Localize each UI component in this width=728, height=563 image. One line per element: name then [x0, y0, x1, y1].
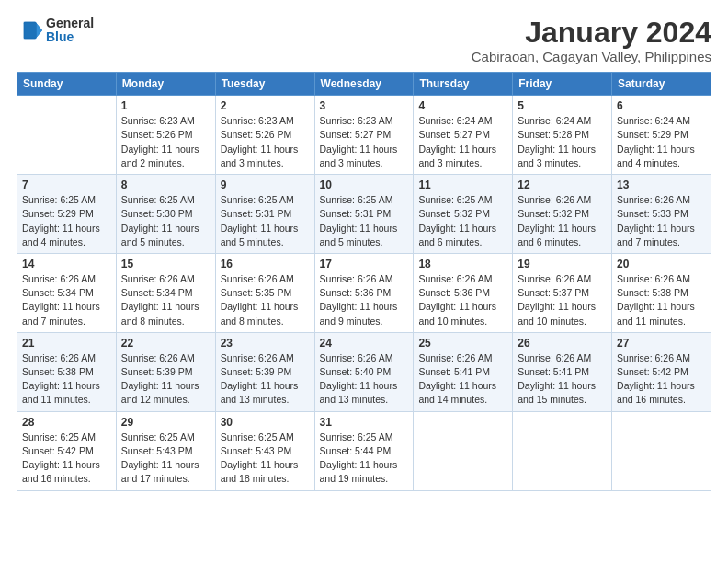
day-number: 7 [22, 178, 111, 191]
day-info: Sunrise: 6:23 AM Sunset: 5:26 PM Dayligh… [221, 114, 310, 170]
day-number: 13 [617, 178, 706, 191]
day-info: Sunrise: 6:25 AM Sunset: 5:32 PM Dayligh… [418, 193, 507, 249]
day-info: Sunrise: 6:26 AM Sunset: 5:37 PM Dayligh… [518, 272, 607, 328]
calendar-cell: 4Sunrise: 6:24 AM Sunset: 5:27 PM Daylig… [414, 96, 513, 175]
calendar-cell: 28Sunrise: 6:25 AM Sunset: 5:42 PM Dayli… [17, 411, 117, 490]
day-number: 6 [617, 99, 706, 112]
calendar-cell: 7Sunrise: 6:25 AM Sunset: 5:29 PM Daylig… [17, 175, 117, 254]
calendar-cell: 1Sunrise: 6:23 AM Sunset: 5:26 PM Daylig… [116, 96, 215, 175]
day-info: Sunrise: 6:26 AM Sunset: 5:34 PM Dayligh… [121, 272, 210, 328]
day-number: 10 [320, 178, 409, 191]
day-number: 9 [221, 178, 310, 191]
title-block: January 2024 Cabiraoan, Cagayan Valley, … [472, 17, 711, 64]
logo-icon [17, 17, 42, 43]
day-number: 30 [221, 416, 310, 429]
svg-rect-3 [24, 22, 37, 40]
day-number: 18 [418, 258, 507, 270]
calendar-weekday-header: Wednesday [314, 73, 414, 96]
calendar-cell: 10Sunrise: 6:25 AM Sunset: 5:31 PM Dayli… [314, 175, 414, 254]
day-number: 29 [121, 416, 210, 429]
calendar-cell: 25Sunrise: 6:26 AM Sunset: 5:41 PM Dayli… [414, 332, 513, 411]
day-info: Sunrise: 6:24 AM Sunset: 5:27 PM Dayligh… [418, 114, 507, 170]
calendar-cell: 6Sunrise: 6:24 AM Sunset: 5:29 PM Daylig… [612, 96, 711, 175]
day-info: Sunrise: 6:26 AM Sunset: 5:36 PM Dayligh… [418, 272, 507, 328]
day-number: 16 [221, 258, 310, 270]
day-number: 14 [22, 258, 111, 270]
day-number: 12 [518, 178, 607, 191]
calendar-cell: 24Sunrise: 6:26 AM Sunset: 5:40 PM Dayli… [314, 332, 414, 411]
calendar-week-row: 14Sunrise: 6:26 AM Sunset: 5:34 PM Dayli… [17, 253, 711, 332]
calendar-cell: 27Sunrise: 6:26 AM Sunset: 5:42 PM Dayli… [612, 332, 711, 411]
day-number: 3 [320, 99, 409, 112]
calendar-week-row: 1Sunrise: 6:23 AM Sunset: 5:26 PM Daylig… [17, 96, 711, 175]
day-number: 21 [22, 337, 111, 350]
day-info: Sunrise: 6:24 AM Sunset: 5:28 PM Dayligh… [518, 114, 607, 170]
day-number: 20 [617, 258, 706, 270]
day-number: 27 [617, 337, 706, 350]
day-number: 24 [320, 337, 409, 350]
calendar-cell: 5Sunrise: 6:24 AM Sunset: 5:28 PM Daylig… [513, 96, 612, 175]
calendar-table: SundayMondayTuesdayWednesdayThursdayFrid… [17, 72, 711, 490]
calendar-weekday-header: Thursday [414, 73, 513, 96]
calendar-cell: 20Sunrise: 6:26 AM Sunset: 5:38 PM Dayli… [612, 253, 711, 332]
day-number: 25 [418, 337, 507, 350]
calendar-cell: 31Sunrise: 6:25 AM Sunset: 5:44 PM Dayli… [314, 411, 414, 490]
calendar-cell: 8Sunrise: 6:25 AM Sunset: 5:30 PM Daylig… [116, 175, 215, 254]
calendar-cell: 19Sunrise: 6:26 AM Sunset: 5:37 PM Dayli… [513, 253, 612, 332]
header: General Blue January 2024 Cabiraoan, Cag… [17, 17, 711, 64]
calendar-week-row: 28Sunrise: 6:25 AM Sunset: 5:42 PM Dayli… [17, 411, 711, 490]
day-info: Sunrise: 6:26 AM Sunset: 5:39 PM Dayligh… [221, 351, 310, 408]
calendar-cell: 23Sunrise: 6:26 AM Sunset: 5:39 PM Dayli… [215, 332, 314, 411]
calendar-cell: 17Sunrise: 6:26 AM Sunset: 5:36 PM Dayli… [314, 253, 414, 332]
day-number: 2 [221, 99, 310, 112]
day-number: 1 [121, 99, 210, 112]
calendar-cell [513, 411, 612, 490]
day-info: Sunrise: 6:26 AM Sunset: 5:42 PM Dayligh… [617, 351, 706, 408]
day-number: 22 [121, 337, 210, 350]
calendar-cell: 13Sunrise: 6:26 AM Sunset: 5:33 PM Dayli… [612, 175, 711, 254]
logo: General Blue [17, 17, 94, 45]
day-info: Sunrise: 6:25 AM Sunset: 5:30 PM Dayligh… [121, 193, 210, 249]
day-info: Sunrise: 6:25 AM Sunset: 5:42 PM Dayligh… [22, 431, 111, 487]
day-number: 8 [121, 178, 210, 191]
calendar-cell: 14Sunrise: 6:26 AM Sunset: 5:34 PM Dayli… [17, 253, 117, 332]
day-info: Sunrise: 6:25 AM Sunset: 5:29 PM Dayligh… [22, 193, 111, 249]
calendar-cell: 3Sunrise: 6:23 AM Sunset: 5:27 PM Daylig… [314, 96, 414, 175]
calendar-cell: 18Sunrise: 6:26 AM Sunset: 5:36 PM Dayli… [414, 253, 513, 332]
calendar-cell [612, 411, 711, 490]
calendar-cell: 30Sunrise: 6:25 AM Sunset: 5:43 PM Dayli… [215, 411, 314, 490]
calendar-cell: 26Sunrise: 6:26 AM Sunset: 5:41 PM Dayli… [513, 332, 612, 411]
day-info: Sunrise: 6:25 AM Sunset: 5:43 PM Dayligh… [121, 431, 210, 487]
day-number: 31 [320, 416, 409, 429]
day-number: 11 [418, 178, 507, 191]
calendar-cell: 21Sunrise: 6:26 AM Sunset: 5:38 PM Dayli… [17, 332, 117, 411]
day-info: Sunrise: 6:23 AM Sunset: 5:27 PM Dayligh… [320, 114, 409, 170]
calendar-cell: 2Sunrise: 6:23 AM Sunset: 5:26 PM Daylig… [215, 96, 314, 175]
calendar-week-row: 7Sunrise: 6:25 AM Sunset: 5:29 PM Daylig… [17, 175, 711, 254]
logo-text: General Blue [46, 17, 94, 45]
day-number: 17 [320, 258, 409, 270]
day-info: Sunrise: 6:25 AM Sunset: 5:43 PM Dayligh… [221, 431, 310, 487]
calendar-cell: 29Sunrise: 6:25 AM Sunset: 5:43 PM Dayli… [116, 411, 215, 490]
calendar-cell: 16Sunrise: 6:26 AM Sunset: 5:35 PM Dayli… [215, 253, 314, 332]
day-info: Sunrise: 6:26 AM Sunset: 5:40 PM Dayligh… [320, 351, 409, 408]
calendar-cell: 15Sunrise: 6:26 AM Sunset: 5:34 PM Dayli… [116, 253, 215, 332]
day-number: 23 [221, 337, 310, 350]
title-location: Cabiraoan, Cagayan Valley, Philippines [472, 49, 711, 64]
day-number: 19 [518, 258, 607, 270]
day-number: 26 [518, 337, 607, 350]
page: General Blue January 2024 Cabiraoan, Cag… [0, 0, 728, 563]
day-info: Sunrise: 6:26 AM Sunset: 5:36 PM Dayligh… [320, 272, 409, 328]
day-info: Sunrise: 6:26 AM Sunset: 5:39 PM Dayligh… [121, 351, 210, 408]
day-number: 4 [418, 99, 507, 112]
calendar-cell: 22Sunrise: 6:26 AM Sunset: 5:39 PM Dayli… [116, 332, 215, 411]
day-info: Sunrise: 6:26 AM Sunset: 5:38 PM Dayligh… [617, 272, 706, 328]
calendar-weekday-header: Sunday [17, 73, 117, 96]
day-number: 15 [121, 258, 210, 270]
day-info: Sunrise: 6:26 AM Sunset: 5:34 PM Dayligh… [22, 272, 111, 328]
calendar-cell: 12Sunrise: 6:26 AM Sunset: 5:32 PM Dayli… [513, 175, 612, 254]
calendar-cell [17, 96, 117, 175]
day-info: Sunrise: 6:26 AM Sunset: 5:32 PM Dayligh… [518, 193, 607, 249]
logo-general: General [46, 17, 94, 30]
day-number: 28 [22, 416, 111, 429]
